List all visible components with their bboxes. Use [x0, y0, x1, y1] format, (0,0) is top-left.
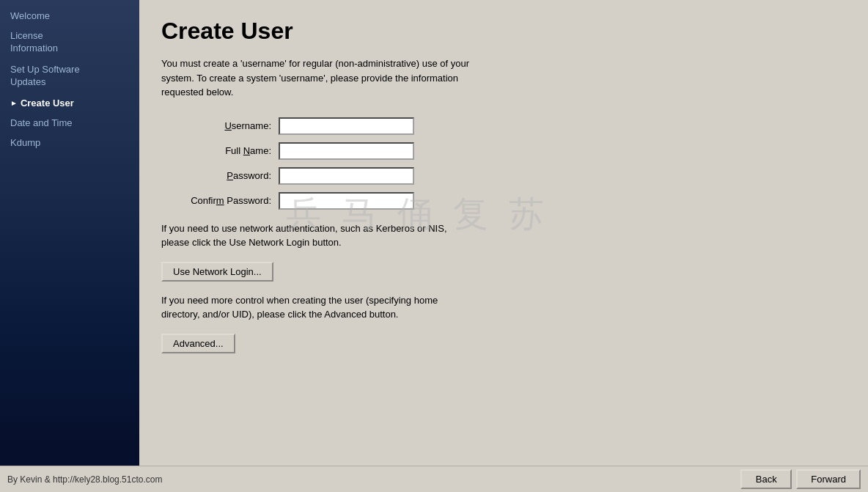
fullname-label: Full Name: — [161, 145, 279, 156]
footer: By Kevin & http://kely28.blog.51cto.com … — [0, 466, 868, 492]
confirm-password-input[interactable] — [279, 192, 414, 210]
content-area: Create User You must create a 'username'… — [139, 0, 868, 466]
footer-credit: By Kevin & http://kely28.blog.51cto.com — [7, 474, 162, 485]
fullname-input[interactable] — [279, 142, 414, 160]
password-input[interactable] — [279, 167, 414, 185]
sidebar-item-license-label: LicenseInformation — [10, 30, 58, 55]
network-auth-description: If you need to use network authenticatio… — [161, 221, 477, 250]
sidebar-item-welcome-label: Welcome — [10, 10, 50, 21]
sidebar-item-setup[interactable]: Set Up SoftwareUpdates — [0, 59, 139, 93]
confirm-password-label: Confirm Password: — [161, 195, 279, 206]
sidebar: Welcome LicenseInformation Set Up Softwa… — [0, 0, 139, 466]
sidebar-item-datetime[interactable]: Date and Time — [0, 113, 139, 133]
sidebar-item-datetime-label: Date and Time — [10, 117, 73, 128]
advanced-button[interactable]: Advanced... — [161, 334, 235, 353]
sidebar-item-license[interactable]: LicenseInformation — [0, 26, 139, 59]
page-title: Create User — [161, 18, 846, 45]
active-arrow-icon: ► — [10, 99, 18, 107]
sidebar-item-welcome[interactable]: Welcome — [0, 6, 139, 26]
use-network-login-button[interactable]: Use Network Login... — [161, 262, 273, 282]
sidebar-item-kdump-label: Kdump — [10, 137, 40, 148]
sidebar-item-setup-label: Set Up SoftwareUpdates — [10, 64, 80, 89]
password-label: Password: — [161, 170, 279, 181]
username-label: Username: — [161, 120, 279, 131]
username-input[interactable] — [279, 117, 414, 135]
forward-button[interactable]: Forward — [796, 469, 861, 489]
username-row: Username: — [161, 117, 846, 135]
user-form: Username: Full Name: Password: Confirm P… — [161, 117, 846, 210]
sidebar-item-createuser-label: Create User — [21, 98, 74, 109]
confirm-password-row: Confirm Password: — [161, 192, 846, 210]
sidebar-item-kdump[interactable]: Kdump — [0, 133, 139, 153]
sidebar-item-createuser[interactable]: ► Create User — [0, 93, 139, 113]
description-text: You must create a 'username' for regular… — [161, 56, 499, 100]
footer-buttons: Back Forward — [740, 469, 861, 489]
back-button[interactable]: Back — [740, 469, 792, 489]
password-row: Password: — [161, 167, 846, 185]
advanced-description: If you need more control when creating t… — [161, 293, 477, 322]
fullname-row: Full Name: — [161, 142, 846, 160]
